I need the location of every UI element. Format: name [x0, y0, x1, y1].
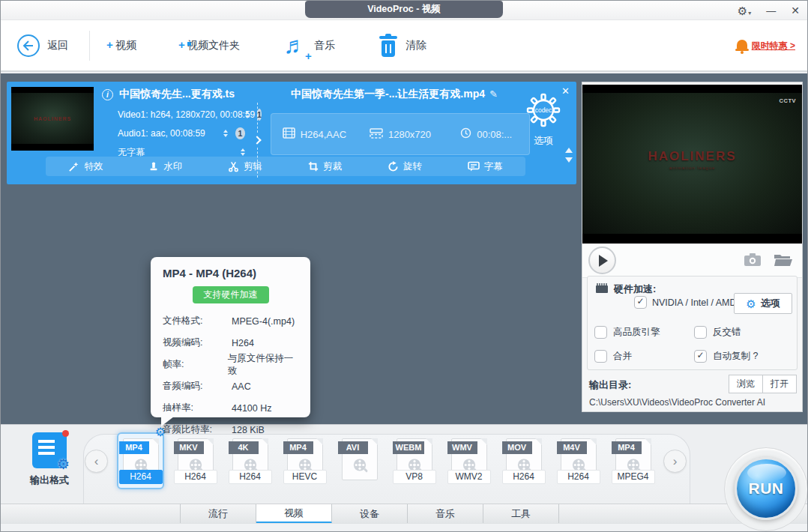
track-spinner[interactable]: [241, 148, 245, 156]
target-duration: 00:08:...: [443, 127, 529, 141]
preview-panel: HAOLINERS animation league CCTV: [582, 82, 803, 412]
close-button[interactable]: ✕: [791, 5, 800, 16]
scroll-up-icon: [565, 148, 573, 153]
track-count-badge: 1: [235, 127, 245, 139]
track-spinner[interactable]: [245, 111, 250, 118]
panel-scrollbar[interactable]: [565, 148, 573, 163]
channel-logo: CCTV: [780, 97, 796, 104]
checkbox-option[interactable]: 自动复制 ?: [694, 344, 794, 368]
gear-icon: ⚙: [738, 5, 747, 16]
format-card[interactable]: ⚙ MKV H264: [172, 432, 219, 489]
add-music-button[interactable]: ♬ + 音乐: [283, 34, 335, 57]
tabs-spacer: [1, 504, 181, 524]
tooltip-rows: 文件格式: MPEG-4(.mp4) 视频编码: H264 帧率: 与原文件保持…: [151, 309, 310, 441]
checkbox[interactable]: [594, 326, 607, 339]
snapshot-camera-icon[interactable]: [744, 253, 762, 270]
promo-offer[interactable]: 限时特惠 >: [737, 20, 795, 72]
output-filename: 中国惊奇先生第一季-...让生活更有戏.mp4✎: [271, 88, 518, 101]
edit-tool-icon: [388, 161, 399, 172]
format-card[interactable]: ⚙ MP4 H264: [117, 432, 164, 489]
window-title: VideoProc - 视频: [305, 1, 503, 18]
category-tab[interactable]: 视频: [256, 504, 332, 524]
add-video-button[interactable]: + 视频: [108, 39, 136, 52]
format-card[interactable]: ⚙ MP4 MPEG4: [609, 432, 657, 489]
tooltip-row-label: 视频编码:: [163, 336, 232, 349]
run-button[interactable]: RUN: [735, 457, 798, 520]
format-codec-label: H264: [502, 470, 546, 484]
checkbox-label: 合并: [613, 350, 632, 363]
category-tab-label: 音乐: [435, 507, 455, 521]
edit-tool-button[interactable]: 旋转: [388, 160, 422, 173]
settings-menu-button[interactable]: ⚙ ▾: [738, 5, 751, 16]
info-icon[interactable]: i: [102, 89, 113, 100]
format-card[interactable]: ⚙ MOV H264: [500, 432, 547, 489]
checkbox-option[interactable]: 合并: [594, 344, 694, 368]
remove-file-icon[interactable]: ✕: [561, 85, 570, 97]
edit-tool-button[interactable]: 剪裁: [308, 160, 342, 173]
video-watermark: HAOLINERS animation league: [582, 149, 802, 170]
edit-tool-label: 旋转: [403, 160, 422, 173]
codec-options-label: 选项: [525, 134, 562, 148]
checkbox-option[interactable]: 反交错: [694, 320, 794, 344]
open-folder-icon[interactable]: [774, 253, 793, 270]
checkbox[interactable]: [694, 326, 707, 339]
format-ext-badge: MP4: [612, 441, 642, 454]
clear-button[interactable]: 清除: [379, 34, 426, 57]
open-button[interactable]: 打开: [762, 375, 797, 393]
hw-options-button[interactable]: ⚙ 选项: [734, 293, 792, 314]
tooltip-row-label: 帧率:: [163, 358, 228, 371]
category-tab-label: 设备: [360, 507, 379, 521]
browse-button[interactable]: 浏览: [729, 375, 763, 393]
bell-icon: [737, 40, 747, 49]
format-card[interactable]: ⚙ 4K H264: [226, 432, 274, 489]
checkbox[interactable]: [694, 350, 707, 363]
category-tab[interactable]: 设备: [332, 504, 408, 524]
file-page-icon: WMV WMV2: [451, 438, 487, 480]
scroll-formats-left-button[interactable]: ‹: [85, 450, 108, 473]
edit-tool-button[interactable]: 水印: [148, 160, 182, 173]
file-page-icon: MKV H264: [178, 438, 214, 480]
edit-tool-button[interactable]: 特效: [68, 160, 103, 173]
edit-tool-icon: [468, 161, 480, 172]
format-ext-badge: 4K: [229, 441, 259, 454]
promo-link[interactable]: 限时特惠 >: [752, 40, 795, 52]
format-card[interactable]: ⚙ WEBM VP8: [391, 432, 438, 489]
run-label: RUN: [749, 480, 784, 498]
output-format-block: ⚙ 输出格式: [23, 432, 76, 487]
category-tab[interactable]: 工具: [483, 504, 559, 524]
target-resolution: 1280x720: [358, 128, 444, 141]
back-arrow-icon: [17, 34, 40, 57]
file-page-icon: M4V H264: [561, 438, 597, 480]
format-codec-label: VP8: [393, 470, 436, 484]
category-tab[interactable]: 流行: [181, 504, 256, 524]
preview-controls: [582, 244, 802, 278]
checkbox-label: 反交错: [713, 326, 741, 339]
format-card[interactable]: ⚙ WMV WMV2: [445, 432, 492, 489]
format-card[interactable]: ⚙ MP4 HEVC: [281, 432, 328, 489]
back-label: 返回: [47, 39, 68, 52]
play-button[interactable]: [588, 247, 616, 274]
category-tab[interactable]: 音乐: [408, 504, 483, 524]
pencil-icon[interactable]: ✎: [489, 88, 498, 100]
format-card[interactable]: ⚙ M4V H264: [555, 432, 602, 489]
option-checkboxes: 高品质引擎 反交错 合并 自动复制 ?: [594, 320, 794, 368]
checkbox[interactable]: [634, 296, 647, 309]
gpu-checkbox-option[interactable]: NVIDIA / Intel / AMD: [634, 296, 737, 309]
tab-list: 流行 视频 设备 音乐 工具: [181, 504, 559, 524]
add-video-folder-button[interactable]: + 视频文件夹: [180, 39, 240, 52]
edit-tool-button[interactable]: 剪辑: [228, 160, 262, 173]
output-dir-label: 输出目录:: [589, 378, 631, 392]
scroll-formats-right-button[interactable]: ›: [663, 450, 687, 473]
checkbox[interactable]: [594, 350, 607, 363]
gpu-label: NVIDIA / Intel / AMD: [652, 297, 737, 308]
play-icon: [599, 255, 608, 267]
checkbox-option[interactable]: 高品质引擎: [594, 320, 694, 344]
edit-tool-button[interactable]: 字幕: [468, 160, 503, 173]
codec-options-button[interactable]: codec 选项: [525, 92, 562, 148]
back-button[interactable]: 返回: [17, 34, 68, 57]
minimize-button[interactable]: —: [766, 6, 776, 16]
track-spinner[interactable]: [223, 130, 228, 137]
format-card[interactable]: ⚙ AVI: [336, 432, 383, 489]
format-bar: ⚙ 输出格式 ‹ ⚙ MP4 H264 ⚙: [1, 424, 808, 532]
edit-tool-icon: [308, 161, 319, 172]
